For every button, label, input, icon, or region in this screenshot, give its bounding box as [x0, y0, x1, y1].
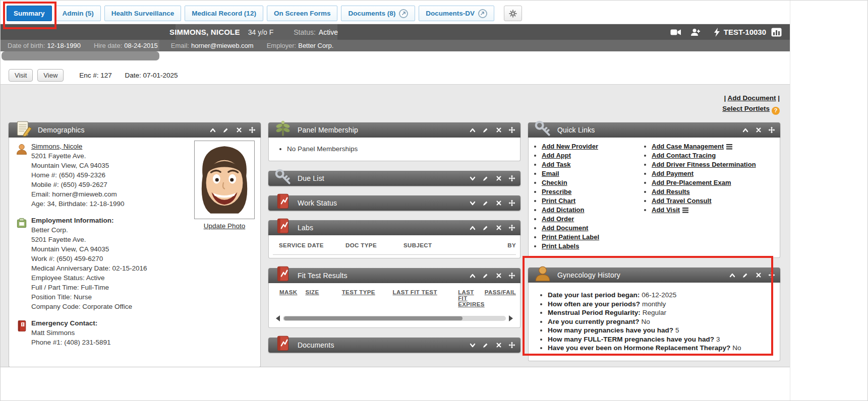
- edit-pencil-icon[interactable]: [741, 272, 749, 279]
- collapse-icon[interactable]: [469, 126, 476, 134]
- person-icon: [533, 264, 552, 283]
- edit-pencil-icon[interactable]: [482, 272, 489, 280]
- quick-link[interactable]: Add Appt: [542, 152, 571, 159]
- grid-list-icon: [726, 144, 732, 150]
- gear-icon[interactable]: [504, 6, 522, 21]
- quick-link[interactable]: Add Pre-Placement Exam: [652, 179, 731, 186]
- quick-link[interactable]: Add Task: [542, 161, 571, 168]
- quick-link[interactable]: Add Dictation: [542, 206, 585, 214]
- view-button[interactable]: View: [37, 69, 64, 82]
- key-icon: [533, 119, 552, 138]
- fit-test-column-header: TEST TYPE: [342, 289, 393, 307]
- bar-chart-icon[interactable]: [771, 28, 782, 37]
- fit-test-header: Fit Test Results: [268, 268, 520, 283]
- quick-link[interactable]: Checkin: [542, 179, 567, 186]
- quick-link[interactable]: Add Order: [542, 215, 574, 223]
- visit-button[interactable]: Visit: [9, 69, 33, 82]
- camera-icon[interactable]: [670, 29, 681, 36]
- expand-icon[interactable]: [469, 175, 476, 182]
- quick-link[interactable]: Add Document: [542, 224, 588, 232]
- close-icon[interactable]: [495, 224, 502, 232]
- collapse-icon[interactable]: [728, 272, 736, 279]
- tab-health-surveillance[interactable]: Health Surveillance: [104, 6, 182, 21]
- select-portlets-link[interactable]: Select Portlets: [722, 105, 770, 112]
- edit-pencil-icon[interactable]: [482, 175, 489, 182]
- app-window: Summary Admin (5) Health Surveillance Me…: [0, 0, 868, 401]
- tab-admin[interactable]: Admin (5): [55, 6, 101, 21]
- add-document-link[interactable]: Add Document: [727, 94, 776, 102]
- collapse-icon[interactable]: [209, 126, 216, 134]
- edit-pencil-icon[interactable]: [482, 342, 489, 349]
- date-label: Date:: [125, 72, 141, 79]
- quick-link[interactable]: Add Case Management: [652, 143, 724, 150]
- close-icon[interactable]: [495, 175, 502, 182]
- move-icon[interactable]: [768, 126, 775, 134]
- demographics-header: Demographics: [9, 122, 261, 138]
- collapse-icon[interactable]: [469, 224, 476, 232]
- encounter-info: Enc #: 127 Date: 07-01-2025: [79, 72, 178, 79]
- close-icon[interactable]: [755, 272, 762, 279]
- expand-icon[interactable]: [469, 199, 476, 207]
- status-value: Active: [319, 28, 338, 36]
- quick-link[interactable]: Add New Provider: [542, 143, 598, 150]
- quick-link[interactable]: Add Payment: [652, 170, 693, 177]
- scroll-left-icon[interactable]: [276, 315, 280, 321]
- quick-link[interactable]: Email: [542, 170, 559, 177]
- quick-link[interactable]: Print Chart: [542, 197, 575, 205]
- lightning-icon[interactable]: [714, 28, 720, 37]
- quick-link[interactable]: Prescribe: [542, 188, 571, 195]
- fit-test-scrollbar[interactable]: [276, 315, 513, 321]
- close-icon[interactable]: [755, 126, 762, 134]
- collapse-icon[interactable]: [741, 126, 749, 134]
- edit-pencil-icon[interactable]: [482, 224, 489, 232]
- employment-line: Medical Anniversary Date: 02-15-2016: [31, 263, 147, 273]
- red-chart-book-icon: [273, 192, 293, 211]
- quick-link[interactable]: Add Travel Consult: [652, 197, 711, 205]
- scrollbar-thumb[interactable]: [284, 316, 462, 320]
- tab-medical-record[interactable]: Medical Record (12): [185, 6, 263, 21]
- collapsed-scroll-pill[interactable]: [2, 51, 159, 60]
- move-icon[interactable]: [508, 126, 515, 134]
- move-icon[interactable]: [508, 175, 515, 182]
- close-icon[interactable]: [235, 126, 243, 134]
- quick-link-item: Add Pre-Placement Exam: [652, 179, 778, 186]
- quick-link-item: Print Patient Label: [542, 233, 641, 241]
- tab-summary[interactable]: Summary: [7, 6, 52, 21]
- scroll-right-icon[interactable]: [509, 315, 513, 321]
- quick-link[interactable]: Print Labels: [542, 242, 579, 250]
- popout-icon[interactable]: [478, 9, 487, 18]
- move-icon[interactable]: [508, 199, 515, 207]
- update-photo-link[interactable]: Update Photo: [204, 222, 246, 230]
- popout-icon[interactable]: [399, 9, 408, 18]
- move-icon[interactable]: [508, 272, 515, 280]
- edit-pencil-icon[interactable]: [482, 199, 489, 207]
- quick-link[interactable]: Print Patient Label: [542, 233, 599, 241]
- close-icon[interactable]: [495, 199, 502, 207]
- edit-pencil-icon[interactable]: [222, 126, 229, 134]
- collapse-icon[interactable]: [469, 272, 476, 280]
- move-icon[interactable]: [508, 342, 515, 349]
- patient-photo-wrap: Update Photo: [194, 141, 255, 230]
- employment-section: Employment Information: Better Corp.5201…: [15, 216, 254, 311]
- gyn-history-item: Have you ever been on Hormone Replacemen…: [548, 344, 774, 353]
- move-icon[interactable]: [248, 126, 256, 134]
- move-icon[interactable]: [508, 224, 515, 232]
- quick-link[interactable]: Add Results: [652, 188, 690, 195]
- quick-link[interactable]: Add Visit: [652, 206, 680, 214]
- quick-link[interactable]: Add Contact Tracing: [652, 152, 716, 159]
- scrollbar-track[interactable]: [283, 316, 506, 321]
- expand-icon[interactable]: [469, 342, 476, 349]
- demographics-body: Update Photo Simmons, Nicole 5201 Fayett…: [9, 138, 261, 367]
- patient-name-link[interactable]: Simmons, Nicole: [31, 143, 82, 150]
- move-icon[interactable]: [768, 272, 775, 279]
- close-icon[interactable]: [495, 342, 502, 349]
- edit-pencil-icon[interactable]: [482, 126, 489, 134]
- person-add-icon[interactable]: [690, 28, 701, 36]
- tab-on-screen-forms[interactable]: On Screen Forms: [267, 6, 338, 21]
- tab-documents[interactable]: Documents (8): [341, 6, 415, 21]
- quick-link[interactable]: Add Driver Fitness Determination: [652, 161, 756, 168]
- close-icon[interactable]: [495, 272, 502, 280]
- tab-documents-dv[interactable]: Documents-DV: [419, 6, 494, 21]
- help-icon[interactable]: ?: [772, 107, 780, 115]
- close-icon[interactable]: [495, 126, 502, 134]
